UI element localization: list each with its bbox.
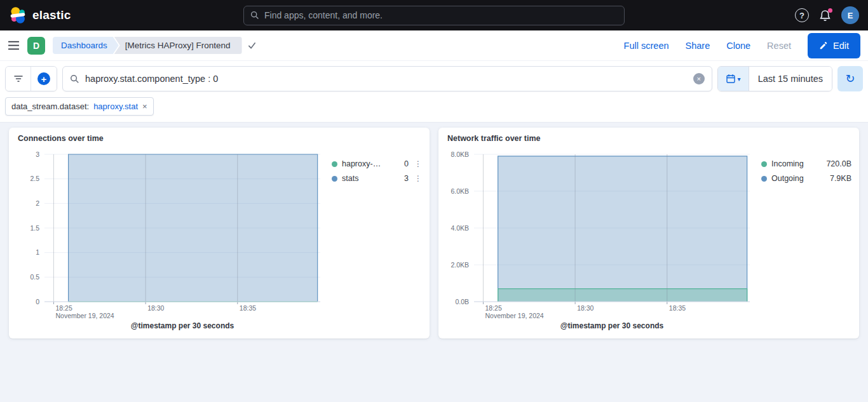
legend-label: Outgoing <box>771 174 825 183</box>
kql-query-input[interactable] <box>85 74 688 84</box>
x-axis-date-label: November 19, 2024 <box>485 312 543 319</box>
filter-controls: + <box>5 66 57 91</box>
x-axis-date-label: November 19, 2024 <box>55 312 114 319</box>
user-avatar[interactable]: E <box>841 6 859 24</box>
global-search-input[interactable] <box>264 10 618 20</box>
search-icon <box>70 74 79 84</box>
clone-button[interactable]: Clone <box>726 41 750 51</box>
chart-legend: haproxy-…0⋮stats3⋮ <box>327 145 423 332</box>
svg-text:4.0KB: 4.0KB <box>451 224 469 232</box>
legend-color-dot <box>332 161 337 167</box>
legend-color-dot <box>761 161 767 167</box>
legend-item[interactable]: stats3⋮ <box>332 174 422 183</box>
x-axis-title: @timestamp per 30 seconds <box>560 321 664 330</box>
global-search[interactable] <box>243 6 625 25</box>
chevron-down-icon: ▾ <box>738 76 741 83</box>
quick-select-button[interactable]: ▾ <box>718 67 749 91</box>
svg-text:2.5: 2.5 <box>30 175 39 182</box>
y-axis: 00.511.522.53 <box>30 151 39 305</box>
legend-item[interactable]: Outgoing7.9KB <box>761 174 851 183</box>
legend-item-menu-icon[interactable]: ⋮ <box>414 174 422 183</box>
filter-menu-button[interactable] <box>6 67 31 91</box>
x-axis: 18:2518:3018:35November 19, 2024 <box>483 302 686 319</box>
legend-value: 7.9KB <box>830 174 851 183</box>
dashboard-grid: Connections over time 00.511.522.5318:25… <box>0 123 868 402</box>
svg-text:2.0KB: 2.0KB <box>451 261 469 269</box>
calendar-icon <box>726 74 736 84</box>
full-screen-button[interactable]: Full screen <box>624 41 669 51</box>
panel-connections-over-time: Connections over time 00.511.522.5318:25… <box>9 128 430 338</box>
menu-hamburger-icon[interactable] <box>8 41 20 50</box>
plus-icon: + <box>37 72 50 85</box>
clear-query-icon[interactable]: × <box>693 73 705 84</box>
series-area <box>498 289 747 302</box>
filter-pill[interactable]: data_stream.dataset: haproxy.stat × <box>5 97 154 116</box>
breadcrumb-current: [Metrics HAProxy] Frontend <box>114 37 242 54</box>
edit-button[interactable]: Edit <box>808 33 860 58</box>
notification-dot <box>828 8 832 13</box>
chart-canvas: 00.511.522.5318:2518:3018:35November 19,… <box>15 145 327 332</box>
breadcrumb: Dashboards [Metrics HAProxy] Frontend <box>53 37 257 54</box>
remove-filter-icon[interactable]: × <box>142 102 147 111</box>
filter-pill-value: haproxy.stat <box>93 102 138 111</box>
series-area <box>69 154 318 302</box>
series <box>69 154 318 302</box>
svg-text:1: 1 <box>36 248 39 256</box>
notifications-button[interactable] <box>819 10 831 22</box>
chart-canvas: 0.0B2.0KB4.0KB6.0KB8.0KB18:2518:3018:35N… <box>445 145 756 332</box>
add-filter-button[interactable]: + <box>31 67 57 91</box>
chart-legend: Incoming720.0BOutgoing7.9KB <box>756 145 853 332</box>
legend-item[interactable]: Incoming720.0B <box>761 159 851 168</box>
svg-text:2: 2 <box>36 199 39 207</box>
space-avatar[interactable]: D <box>27 37 45 55</box>
legend-color-dot <box>761 176 767 182</box>
svg-text:0: 0 <box>36 298 39 305</box>
query-section: + × ▾ Last <box>0 61 868 123</box>
svg-text:8.0KB: 8.0KB <box>451 151 469 158</box>
svg-text:1.5: 1.5 <box>30 224 39 232</box>
series <box>498 156 747 302</box>
legend-item-menu-icon[interactable]: ⋮ <box>414 159 422 168</box>
legend-value: 0 <box>404 159 409 168</box>
series-area <box>498 156 747 302</box>
legend-label: Incoming <box>771 159 822 168</box>
svg-text:18:30: 18:30 <box>577 304 593 312</box>
svg-text:0.5: 0.5 <box>30 273 39 281</box>
svg-text:18:35: 18:35 <box>240 304 256 312</box>
date-picker: ▾ Last 15 minutes <box>717 66 832 91</box>
search-icon <box>250 11 259 20</box>
panel-title: Network traffic over time <box>445 133 853 145</box>
panel-title: Connections over time <box>15 133 423 145</box>
refresh-button[interactable]: ↻ <box>837 66 863 91</box>
svg-text:18:35: 18:35 <box>669 304 686 312</box>
connections-chart[interactable]: 00.511.522.5318:2518:3018:35November 19,… <box>15 145 327 332</box>
svg-text:18:25: 18:25 <box>55 304 72 312</box>
legend-color-dot <box>332 176 337 182</box>
saved-check-icon <box>247 41 257 50</box>
panel-network-traffic-over-time: Network traffic over time 0.0B2.0KB4.0KB… <box>438 128 859 338</box>
share-button[interactable]: Share <box>686 41 710 51</box>
edit-button-label: Edit <box>833 41 849 51</box>
kql-query-bar[interactable]: × <box>62 66 712 91</box>
legend-item[interactable]: haproxy-…0⋮ <box>332 159 422 168</box>
pencil-icon <box>819 41 828 50</box>
legend-value: 720.0B <box>826 159 851 168</box>
filter-icon <box>13 74 24 83</box>
top-header: elastic ? E <box>0 0 868 30</box>
help-icon[interactable]: ? <box>795 8 809 22</box>
reset-button[interactable]: Reset <box>767 41 791 51</box>
brand-text: elastic <box>32 8 71 22</box>
filter-pill-field: data_stream.dataset: <box>11 102 89 111</box>
x-axis-title: @timestamp per 30 seconds <box>131 321 234 330</box>
svg-text:18:25: 18:25 <box>485 304 501 312</box>
legend-value: 3 <box>404 174 409 183</box>
svg-text:0.0B: 0.0B <box>455 298 469 305</box>
elastic-home-link[interactable]: elastic <box>9 6 71 24</box>
time-range-button[interactable]: Last 15 minutes <box>749 67 832 91</box>
legend-label: haproxy-… <box>342 159 400 168</box>
svg-text:3: 3 <box>36 151 39 158</box>
navbar: D Dashboards [Metrics HAProxy] Frontend … <box>0 30 868 61</box>
network-traffic-chart[interactable]: 0.0B2.0KB4.0KB6.0KB8.0KB18:2518:3018:35N… <box>445 145 756 332</box>
svg-text:6.0KB: 6.0KB <box>451 187 469 195</box>
breadcrumb-dashboards[interactable]: Dashboards <box>53 37 119 54</box>
